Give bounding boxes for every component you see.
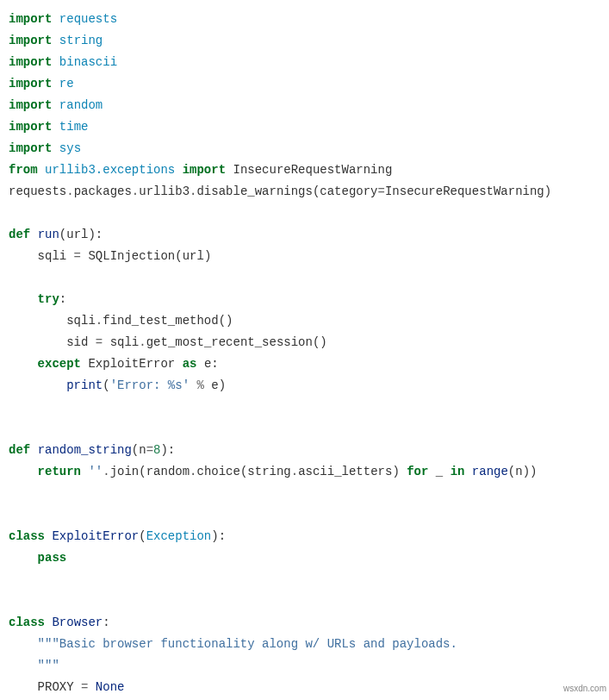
- code-line: """Basic browser functionality along w/ …: [9, 637, 457, 651]
- code-line: sqli.find_test_method(): [9, 314, 233, 328]
- watermark: wsxdn.com: [563, 678, 606, 699]
- code-line: try:: [9, 292, 66, 306]
- code-line: import re: [9, 77, 74, 91]
- code-line: import random: [9, 98, 103, 112]
- code-line: requests.packages.urllib3.disable_warnin…: [9, 184, 551, 198]
- code-line: sid = sqli.get_most_recent_session(): [9, 335, 327, 349]
- code-line: def run(url):: [9, 228, 103, 241]
- code-line: return ''.join(random.choice(string.asci…: [9, 465, 537, 478]
- code-line: class Browser:: [9, 616, 110, 629]
- code-line: import string: [9, 34, 103, 47]
- code-line: def random_string(n=8):: [9, 443, 175, 457]
- code-block: import requests import string import bin…: [9, 9, 600, 698]
- code-line: import sys: [9, 141, 81, 155]
- code-line: import requests: [9, 12, 117, 26]
- code-line: import time: [9, 120, 88, 134]
- code-line: PROXY = None: [9, 680, 124, 694]
- code-line: class ExploitError(Exception):: [9, 529, 226, 543]
- code-line: from urllib3.exceptions import InsecureR…: [9, 163, 392, 177]
- code-line: """: [9, 659, 59, 672]
- code-line: pass: [9, 551, 66, 565]
- code-line: except ExploitError as e:: [9, 357, 219, 371]
- code-line: print('Error: %s' % e): [9, 378, 226, 392]
- code-line: import binascii: [9, 55, 117, 69]
- code-line: sqli = SQLInjection(url): [9, 249, 211, 263]
